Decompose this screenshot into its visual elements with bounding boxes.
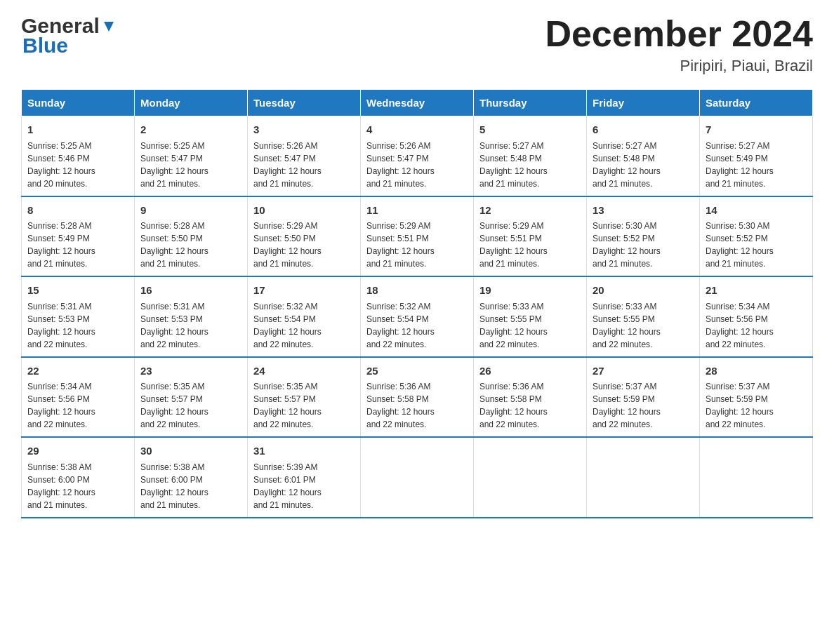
table-row: 23Sunrise: 5:35 AMSunset: 5:57 PMDayligh… (135, 357, 248, 438)
day-info: Sunrise: 5:27 AMSunset: 5:49 PMDaylight:… (706, 140, 807, 190)
day-info: Sunrise: 5:38 AMSunset: 6:00 PMDaylight:… (140, 461, 241, 511)
table-row: 2Sunrise: 5:25 AMSunset: 5:47 PMDaylight… (135, 116, 248, 196)
table-row: 1Sunrise: 5:25 AMSunset: 5:46 PMDaylight… (22, 116, 135, 196)
table-row: 13Sunrise: 5:30 AMSunset: 5:52 PMDayligh… (587, 196, 700, 277)
day-info: Sunrise: 5:29 AMSunset: 5:50 PMDaylight:… (253, 220, 355, 270)
col-wednesday: Wednesday (361, 90, 474, 116)
table-row (361, 437, 474, 518)
table-row (474, 437, 587, 518)
table-row: 4Sunrise: 5:26 AMSunset: 5:47 PMDaylight… (361, 116, 474, 196)
table-row: 17Sunrise: 5:32 AMSunset: 5:54 PMDayligh… (248, 276, 361, 357)
table-row: 25Sunrise: 5:36 AMSunset: 5:58 PMDayligh… (361, 357, 474, 438)
day-info: Sunrise: 5:29 AMSunset: 5:51 PMDaylight:… (479, 220, 581, 270)
table-row (587, 437, 700, 518)
table-row: 3Sunrise: 5:26 AMSunset: 5:47 PMDaylight… (248, 116, 361, 196)
calendar-week-row: 1Sunrise: 5:25 AMSunset: 5:46 PMDaylight… (22, 116, 813, 196)
col-thursday: Thursday (474, 90, 587, 116)
day-info: Sunrise: 5:32 AMSunset: 5:54 PMDaylight:… (366, 300, 468, 351)
day-number: 14 (706, 203, 807, 219)
day-number: 17 (253, 283, 355, 299)
day-number: 10 (253, 203, 355, 219)
logo-blue-line: Blue (21, 35, 68, 56)
table-row: 15Sunrise: 5:31 AMSunset: 5:53 PMDayligh… (22, 276, 135, 357)
day-info: Sunrise: 5:34 AMSunset: 5:56 PMDaylight:… (706, 300, 807, 351)
day-info: Sunrise: 5:35 AMSunset: 5:57 PMDaylight:… (140, 380, 241, 431)
day-number: 28 (706, 363, 807, 380)
table-row: 7Sunrise: 5:27 AMSunset: 5:49 PMDaylight… (700, 116, 813, 196)
day-number: 22 (27, 363, 128, 380)
day-info: Sunrise: 5:33 AMSunset: 5:55 PMDaylight:… (593, 300, 694, 351)
day-number: 24 (253, 363, 355, 380)
table-row: 12Sunrise: 5:29 AMSunset: 5:51 PMDayligh… (474, 196, 587, 277)
title-area: December 2024 Piripiri, Piaui, Brazil (545, 14, 813, 75)
day-number: 21 (706, 283, 807, 299)
day-number: 3 (253, 122, 355, 138)
day-number: 20 (593, 283, 694, 299)
day-number: 18 (366, 283, 468, 299)
day-info: Sunrise: 5:27 AMSunset: 5:48 PMDaylight:… (479, 140, 581, 190)
day-info: Sunrise: 5:31 AMSunset: 5:53 PMDaylight:… (27, 300, 128, 351)
table-row: 20Sunrise: 5:33 AMSunset: 5:55 PMDayligh… (587, 276, 700, 357)
day-number: 16 (140, 283, 241, 299)
day-info: Sunrise: 5:38 AMSunset: 6:00 PMDaylight:… (27, 461, 128, 511)
table-row: 9Sunrise: 5:28 AMSunset: 5:50 PMDaylight… (135, 196, 248, 277)
day-info: Sunrise: 5:28 AMSunset: 5:49 PMDaylight:… (27, 220, 128, 270)
day-info: Sunrise: 5:30 AMSunset: 5:52 PMDaylight:… (593, 220, 694, 270)
day-info: Sunrise: 5:28 AMSunset: 5:50 PMDaylight:… (140, 220, 241, 270)
table-row: 6Sunrise: 5:27 AMSunset: 5:48 PMDaylight… (587, 116, 700, 196)
table-row: 21Sunrise: 5:34 AMSunset: 5:56 PMDayligh… (700, 276, 813, 357)
day-number: 6 (593, 122, 694, 138)
day-number: 30 (140, 443, 241, 459)
day-info: Sunrise: 5:27 AMSunset: 5:48 PMDaylight:… (593, 140, 694, 190)
calendar-table: Sunday Monday Tuesday Wednesday Thursday… (21, 89, 813, 518)
day-info: Sunrise: 5:25 AMSunset: 5:46 PMDaylight:… (27, 140, 128, 190)
day-info: Sunrise: 5:31 AMSunset: 5:53 PMDaylight:… (140, 300, 241, 351)
day-number: 7 (706, 122, 807, 138)
day-info: Sunrise: 5:30 AMSunset: 5:52 PMDaylight:… (706, 220, 807, 270)
col-sunday: Sunday (22, 90, 135, 116)
day-number: 2 (140, 122, 241, 138)
day-number: 31 (253, 443, 355, 459)
table-row: 10Sunrise: 5:29 AMSunset: 5:50 PMDayligh… (248, 196, 361, 277)
day-number: 8 (27, 203, 128, 219)
table-row: 30Sunrise: 5:38 AMSunset: 6:00 PMDayligh… (135, 437, 248, 518)
table-row: 26Sunrise: 5:36 AMSunset: 5:58 PMDayligh… (474, 357, 587, 438)
day-number: 5 (479, 122, 581, 138)
table-row: 18Sunrise: 5:32 AMSunset: 5:54 PMDayligh… (361, 276, 474, 357)
day-number: 25 (366, 363, 468, 380)
day-number: 4 (366, 122, 468, 138)
col-monday: Monday (135, 90, 248, 116)
table-row: 11Sunrise: 5:29 AMSunset: 5:51 PMDayligh… (361, 196, 474, 277)
col-saturday: Saturday (700, 90, 813, 116)
table-row: 5Sunrise: 5:27 AMSunset: 5:48 PMDaylight… (474, 116, 587, 196)
day-number: 12 (479, 203, 581, 219)
day-number: 15 (27, 283, 128, 299)
day-info: Sunrise: 5:34 AMSunset: 5:56 PMDaylight:… (27, 380, 128, 431)
table-row: 28Sunrise: 5:37 AMSunset: 5:59 PMDayligh… (700, 357, 813, 438)
day-header-row: Sunday Monday Tuesday Wednesday Thursday… (22, 90, 813, 116)
svg-marker-0 (104, 22, 114, 32)
col-friday: Friday (587, 90, 700, 116)
logo-triangle-icon (101, 19, 117, 34)
table-row: 14Sunrise: 5:30 AMSunset: 5:52 PMDayligh… (700, 196, 813, 277)
col-tuesday: Tuesday (248, 90, 361, 116)
table-row: 29Sunrise: 5:38 AMSunset: 6:00 PMDayligh… (22, 437, 135, 518)
table-row: 8Sunrise: 5:28 AMSunset: 5:49 PMDaylight… (22, 196, 135, 277)
day-number: 9 (140, 203, 241, 219)
day-info: Sunrise: 5:26 AMSunset: 5:47 PMDaylight:… (366, 140, 468, 190)
location-subtitle: Piripiri, Piaui, Brazil (545, 57, 813, 75)
day-info: Sunrise: 5:36 AMSunset: 5:58 PMDaylight:… (479, 380, 581, 431)
day-number: 26 (479, 363, 581, 380)
page-header: General Blue December 2024 Piripiri, Pia… (21, 14, 813, 75)
day-number: 13 (593, 203, 694, 219)
day-info: Sunrise: 5:37 AMSunset: 5:59 PMDaylight:… (706, 380, 807, 431)
month-title: December 2024 (545, 14, 813, 54)
calendar-week-row: 8Sunrise: 5:28 AMSunset: 5:49 PMDaylight… (22, 196, 813, 277)
table-row: 31Sunrise: 5:39 AMSunset: 6:01 PMDayligh… (248, 437, 361, 518)
day-info: Sunrise: 5:35 AMSunset: 5:57 PMDaylight:… (253, 380, 355, 431)
day-info: Sunrise: 5:36 AMSunset: 5:58 PMDaylight:… (366, 380, 468, 431)
table-row: 22Sunrise: 5:34 AMSunset: 5:56 PMDayligh… (22, 357, 135, 438)
table-row: 24Sunrise: 5:35 AMSunset: 5:57 PMDayligh… (248, 357, 361, 438)
table-row: 16Sunrise: 5:31 AMSunset: 5:53 PMDayligh… (135, 276, 248, 357)
day-number: 11 (366, 203, 468, 219)
